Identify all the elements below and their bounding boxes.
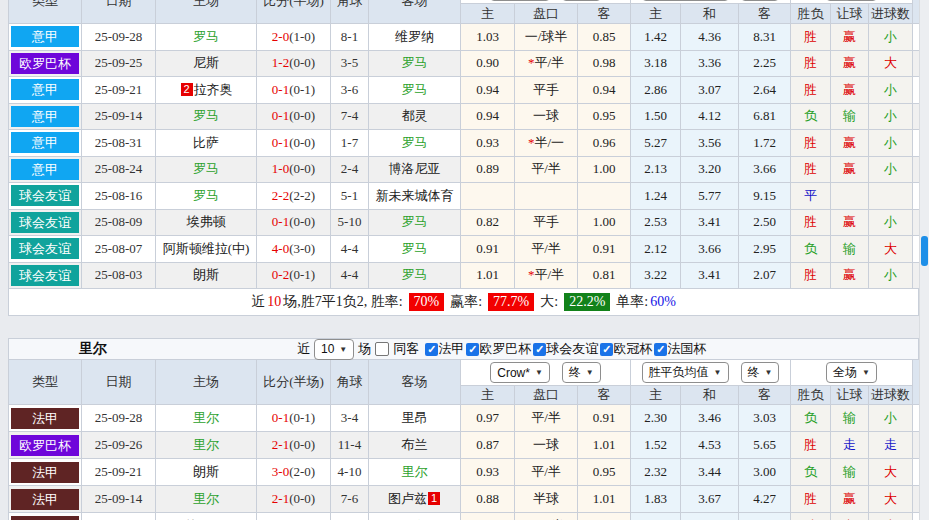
euro-draw-odds: 3.36 [681, 50, 739, 77]
result-goals: 大 [869, 50, 913, 77]
team-link[interactable]: 2拉齐奥 [180, 82, 233, 97]
team-link[interactable]: 维罗纳 [395, 29, 434, 44]
euro-draw-odds: 3.67 [681, 486, 739, 513]
league-checkbox[interactable]: ✓ [466, 343, 479, 356]
result-goals: 小 [869, 130, 913, 157]
team-link[interactable]: 尼斯 [193, 55, 219, 70]
team-link[interactable]: 罗马 [402, 267, 428, 282]
column-subheader: 主 [461, 386, 515, 405]
team-link[interactable]: 罗马 [402, 241, 428, 256]
same-venue-checkbox[interactable] [375, 342, 389, 356]
team-link[interactable]: 里尔 [193, 491, 219, 506]
column-header: 日期 [82, 0, 156, 24]
column-subheader: 盘口 [515, 386, 578, 405]
away-team-cell: 都灵 [369, 103, 461, 130]
league-cell: 球会友谊 [9, 183, 82, 210]
corners-cell: 5-10 [331, 209, 369, 236]
asian-away-odds: 0.95 [578, 459, 631, 486]
result-outcome: 胜 [791, 156, 831, 183]
europe-odds-source-select[interactable]: 胜平负均值▼ [642, 0, 729, 1]
odds-select-cell: Crow*▼终▼ [461, 360, 631, 386]
team-link[interactable]: 阿斯顿维拉(中) [163, 241, 250, 256]
team-link[interactable]: 新未来城体育 [376, 188, 454, 203]
result-handicap: 输 [831, 103, 869, 130]
corners-cell: 3-6 [331, 77, 369, 104]
league-checkbox[interactable]: ✓ [600, 343, 613, 356]
score-cell: 1-0(0-0) [257, 156, 331, 183]
score-cell: 2-0(1-0) [257, 24, 331, 51]
europe-odds-source-select[interactable]: 胜平负均值▼ [642, 362, 729, 383]
asian-away-odds: 0.94 [578, 77, 631, 104]
asian-odds-period-select[interactable]: 终▼ [562, 362, 601, 383]
asian-handicap: *平/半 [515, 262, 578, 289]
home-team-cell: 洛里昂 [156, 513, 257, 520]
result-handicap: 赢 [831, 262, 869, 289]
league-checkbox[interactable]: ✓ [425, 343, 438, 356]
result-handicap: 赢 [831, 50, 869, 77]
games-count-select[interactable]: 10▼ [314, 339, 354, 360]
result-outcome: 胜 [791, 77, 831, 104]
league-checkbox[interactable]: ✓ [654, 343, 667, 356]
euro-home-odds: 2.30 [631, 513, 681, 520]
team-link[interactable]: 罗马 [402, 135, 428, 150]
content-column: 类型日期主场比分(半场)角球客场Crow*▼终▼胜平负均值▼终▼全场▼主盘口客主… [8, 0, 919, 520]
match-date: 25-09-14 [82, 486, 156, 513]
europe-odds-period-select[interactable]: 终▼ [741, 362, 780, 383]
away-team-cell: 里昂 [369, 405, 461, 432]
handicap-win-label: 赢率: [450, 293, 482, 311]
asian-odds-source-select[interactable]: Crow*▼ [490, 362, 550, 383]
team-link[interactable]: 里尔 [193, 410, 219, 425]
chevron-down-icon: ▼ [535, 368, 543, 377]
asian-odds-source-select[interactable]: Crow*▼ [490, 0, 550, 1]
team-link[interactable]: 里尔 [193, 437, 219, 452]
team-link[interactable]: 罗马 [402, 82, 428, 97]
home-team-cell: 罗马 [156, 156, 257, 183]
team-link[interactable]: 朗斯 [193, 267, 219, 282]
chevron-down-icon: ▼ [714, 368, 722, 377]
team-link[interactable]: 里昂 [402, 410, 428, 425]
table-row: 意甲25-08-31比萨0-1(0-0)1-7罗马0.93*半/一0.965.2… [9, 130, 920, 157]
match-date: 25-09-25 [82, 50, 156, 77]
asian-home-odds: 1.01 [461, 513, 515, 520]
match-date: 25-09-21 [82, 459, 156, 486]
team-link[interactable]: 图卢兹1 [388, 491, 441, 506]
league-checkbox[interactable]: ✓ [533, 343, 546, 356]
single-rate-value: 60% [650, 294, 676, 310]
asian-odds-period-select[interactable]: 终▼ [562, 0, 601, 1]
asian-handicap: 平手 [515, 77, 578, 104]
scrollbar-thumb[interactable] [921, 236, 928, 266]
home-team-cell: 埃弗顿 [156, 209, 257, 236]
team-link[interactable]: 罗马 [193, 161, 219, 176]
team-link[interactable]: 里尔 [402, 464, 428, 479]
team-link[interactable]: 罗马 [402, 55, 428, 70]
result-goals: 大 [869, 486, 913, 513]
league-checkbox-label: 欧罗巴杯 [479, 340, 531, 358]
result-handicap: 赢 [831, 156, 869, 183]
team-link[interactable]: 罗马 [193, 188, 219, 203]
odds-select-cell: 胜平负均值▼终▼ [631, 360, 791, 386]
team-link[interactable]: 博洛尼亚 [389, 161, 441, 176]
team-link[interactable]: 埃弗顿 [187, 214, 226, 229]
asian-handicap: 一球 [515, 432, 578, 459]
asian-away-odds: 0.95 [578, 103, 631, 130]
team-link[interactable]: 朗斯 [193, 464, 219, 479]
team-link[interactable]: 罗马 [193, 29, 219, 44]
result-goals: 小 [869, 77, 913, 104]
league-cell: 意甲 [9, 156, 82, 183]
score-cell: 0-1(0-0) [257, 209, 331, 236]
team-link[interactable]: 都灵 [402, 108, 428, 123]
score-cell: 0-1(0-0) [257, 130, 331, 157]
vertical-scrollbar[interactable] [919, 0, 929, 520]
table-row: 法甲25-09-28里尔0-1(0-1)3-4里昂0.97平/半0.912.30… [9, 405, 920, 432]
result-scope-select[interactable]: 全场▼ [826, 362, 877, 383]
team-link[interactable]: 罗马 [193, 108, 219, 123]
team-link[interactable]: 比萨 [193, 135, 219, 150]
score-cell: 2-1(0-0) [257, 432, 331, 459]
games-label: 场 [358, 340, 371, 358]
team-link[interactable]: 罗马 [402, 214, 428, 229]
league-badge: 意甲 [11, 26, 79, 47]
result-scope-select[interactable]: 全场▼ [826, 0, 877, 1]
europe-odds-period-select[interactable]: 终▼ [741, 0, 780, 1]
chevron-down-icon: ▼ [862, 368, 870, 377]
team-link[interactable]: 布兰 [402, 437, 428, 452]
